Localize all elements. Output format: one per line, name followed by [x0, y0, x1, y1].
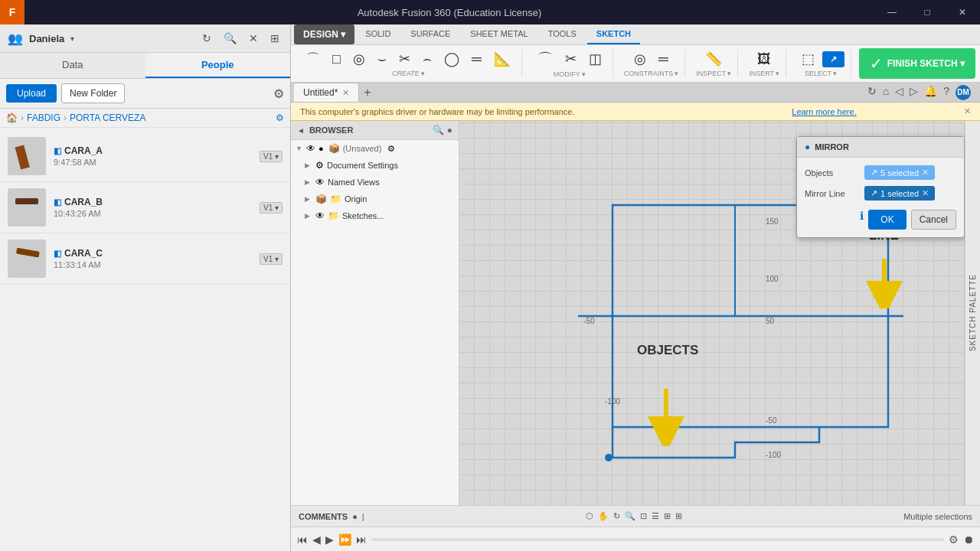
version-badge[interactable]: V1 ▾	[260, 151, 283, 162]
tab-sketch[interactable]: SKETCH	[587, 24, 640, 44]
comments-expand-icon[interactable]: |	[362, 512, 364, 521]
equal-button[interactable]: ═	[654, 50, 673, 68]
minimize-button[interactable]: —	[874, 0, 910, 24]
grid-settings-icon[interactable]: ⊞	[664, 511, 671, 521]
breadcrumb-item1[interactable]: FABDIG	[27, 112, 60, 123]
insert-dropdown-icon[interactable]: ▾	[776, 70, 779, 77]
version-badge[interactable]: V1 ▾	[260, 253, 283, 265]
insert-image-button[interactable]: 🖼	[753, 50, 776, 68]
select-button[interactable]: ⬚	[797, 50, 819, 68]
info-icon[interactable]: ℹ	[860, 210, 864, 230]
arc-tool-button[interactable]: ⌣	[373, 50, 391, 68]
spline-tool-button[interactable]: ✂	[394, 50, 415, 68]
tab-surface[interactable]: SURFACE	[401, 24, 459, 44]
settings-icon[interactable]: ⚙	[273, 86, 284, 101]
breadcrumb-home[interactable]: 🏠	[6, 112, 18, 123]
browser-settings-icon[interactable]: ●	[447, 125, 452, 135]
doc-tab-close-icon[interactable]: ✕	[342, 88, 349, 98]
browser-item[interactable]: ▶ 📦 📁 Origin	[291, 191, 459, 207]
browser-search-icon[interactable]: 🔍	[433, 125, 444, 135]
coincident-button[interactable]: ◎	[629, 50, 651, 68]
anim-to-end-button[interactable]: ⏭	[356, 533, 367, 546]
measure-button[interactable]: 📏	[701, 50, 727, 68]
canvas-area[interactable]: 150 100 50 -50 -100 -50 -100 MIRRORLINE	[459, 121, 980, 505]
version-badge[interactable]: V1 ▾	[260, 202, 283, 214]
close-button[interactable]: ✕	[945, 0, 980, 24]
cancel-button[interactable]: Cancel	[911, 210, 956, 230]
orbit-icon[interactable]: ↻	[613, 511, 620, 521]
fit-icon[interactable]: ⊡	[640, 511, 647, 521]
user-dropdown-icon[interactable]: ▾	[70, 34, 74, 43]
trim-button[interactable]: ✂	[560, 50, 581, 68]
circle-tool-button[interactable]: ◎	[348, 50, 370, 68]
pan-icon[interactable]: ✋	[598, 511, 609, 521]
zoom-icon[interactable]: 🔍	[625, 511, 635, 521]
nav-bell-icon[interactable]: 🔔	[924, 85, 937, 100]
rect-tool-button[interactable]: □	[328, 50, 345, 68]
anim-to-start-button[interactable]: ⏮	[297, 533, 308, 546]
ribbon-group-modify: ⌒ ✂ ◫ MODIFY ▾	[527, 49, 613, 78]
upload-button[interactable]: Upload	[6, 84, 57, 103]
tab-sheet-metal[interactable]: SHEET METAL	[461, 24, 537, 44]
anim-prev-button[interactable]: ◀	[312, 533, 321, 546]
tab-people[interactable]: People	[145, 53, 291, 78]
tab-solid[interactable]: SOLID	[356, 24, 400, 44]
nav-forward-icon[interactable]: ▷	[910, 85, 918, 100]
breadcrumb-settings[interactable]: ⚙	[276, 112, 284, 123]
finish-sketch-button[interactable]: ✓ FINISH SKETCH ▾	[859, 48, 975, 79]
design-button[interactable]: DESIGN ▾	[294, 24, 354, 44]
breadcrumb-item2[interactable]: PORTA CERVEZA	[70, 112, 145, 123]
ellipse-tool-button[interactable]: ◯	[439, 50, 464, 68]
list-item[interactable]: ◧ CARA_C 11:33:14 AM V1 ▾	[0, 233, 290, 285]
select-dropdown-icon[interactable]: ▾	[833, 70, 837, 77]
timeline-slider[interactable]	[371, 538, 944, 541]
grid-view-icon[interactable]: ⊞	[267, 31, 283, 46]
objects-clear-button[interactable]: ✕	[922, 168, 929, 178]
more-create-button[interactable]: 📐	[489, 50, 515, 68]
search-icon[interactable]: 🔍	[220, 31, 240, 46]
browser-item[interactable]: ▶ ⚙ Document Settings	[291, 157, 459, 174]
refresh-icon[interactable]: ↻	[199, 31, 214, 46]
constraints-dropdown-icon[interactable]: ▾	[675, 70, 678, 77]
mirror-line-clear-button[interactable]: ✕	[922, 188, 929, 198]
nav-refresh-icon[interactable]: ↻	[867, 85, 877, 100]
anim-settings-icon[interactable]: ⚙	[949, 533, 959, 546]
right-area: DESIGN ▾ SOLID SURFACE SHEET METAL TOOLS…	[291, 24, 980, 551]
user-avatar[interactable]: DM	[956, 85, 971, 100]
nav-home-icon[interactable]: ⌂	[883, 85, 889, 100]
inspect-dropdown-icon[interactable]: ▾	[727, 70, 731, 77]
browser-collapse-icon[interactable]: ◄	[297, 126, 305, 135]
doc-tab[interactable]: Untitled* ✕	[294, 83, 359, 102]
browser-item[interactable]: ▶ 👁 📁 Sketches...	[291, 207, 459, 224]
browser-item[interactable]: ▼ 👁 ● 📦 (Unsaved) ⚙	[291, 140, 459, 157]
polygon-tool-button[interactable]: ═	[467, 50, 486, 68]
nav-help-icon[interactable]: ?	[943, 85, 949, 100]
record-icon[interactable]: ⏺	[963, 533, 974, 546]
offset-button[interactable]: ◫	[584, 50, 606, 68]
maximize-button[interactable]: □	[910, 0, 945, 24]
conic-tool-button[interactable]: ⌢	[418, 50, 436, 68]
modify-dropdown-icon[interactable]: ▾	[582, 70, 586, 78]
ok-button[interactable]: OK	[868, 210, 906, 230]
display-settings-icon[interactable]: ☰	[652, 511, 659, 521]
anim-next-button[interactable]: ⏩	[338, 533, 351, 546]
tab-tools[interactable]: TOOLS	[539, 24, 586, 44]
comments-toggle-icon[interactable]: ●	[352, 512, 358, 521]
close-panel-icon[interactable]: ✕	[246, 31, 261, 46]
new-folder-button[interactable]: New Folder	[61, 83, 125, 103]
tab-data[interactable]: Data	[0, 53, 145, 78]
add-tab-button[interactable]: +	[359, 86, 375, 99]
view-controls-icon[interactable]: ⬡	[586, 511, 593, 521]
snap-icon[interactable]: ⊞	[675, 511, 682, 521]
anim-play-button[interactable]: ▶	[325, 533, 334, 546]
line-tool-button[interactable]: ⌒	[302, 50, 325, 68]
select-mode-button[interactable]: ↗	[822, 51, 844, 67]
warning-link[interactable]: Learn more here.	[792, 107, 856, 116]
warning-close-icon[interactable]: ✕	[964, 106, 971, 116]
create-dropdown-icon[interactable]: ▾	[421, 70, 425, 77]
browser-item[interactable]: ▶ 👁 Named Views	[291, 174, 459, 191]
list-item[interactable]: ◧ CARA_B 10:43:26 AM V1 ▾	[0, 182, 290, 233]
list-item[interactable]: ◧ CARA_A 9:47:58 AM V1 ▾	[0, 131, 290, 182]
nav-back-icon[interactable]: ◁	[895, 85, 903, 100]
fillet-button[interactable]: ⌒	[533, 49, 557, 69]
